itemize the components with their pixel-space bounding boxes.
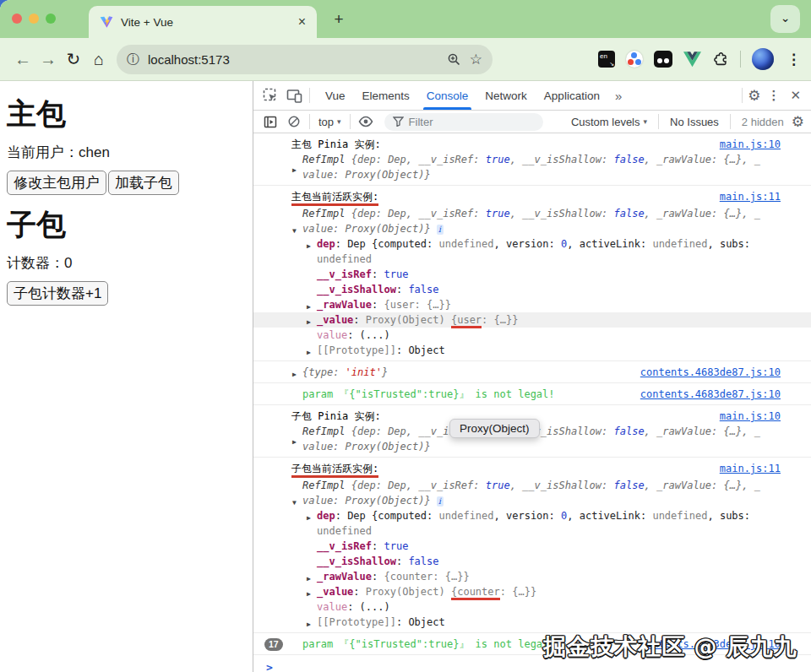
sub-package-title: 子包: [7, 205, 246, 245]
object-property-row[interactable]: ▶_rawValue: {user: {…}}: [291, 297, 791, 312]
expand-arrow-icon[interactable]: ▶: [307, 239, 311, 254]
issues-counter[interactable]: No Issues: [662, 116, 727, 128]
url-text[interactable]: localhost:5173: [148, 52, 438, 67]
dark-extension-icon[interactable]: [654, 51, 672, 68]
clear-console-icon[interactable]: [282, 111, 306, 133]
devtools-close-icon[interactable]: ✕: [787, 88, 804, 103]
expand-arrow-icon[interactable]: ▶: [292, 163, 297, 178]
devtools-tabbar: VueElementsConsoleNetworkApplication » ⚙…: [253, 81, 811, 111]
filter-funnel-icon: [393, 117, 404, 127]
console-entry: contents.4683de87.js:10param 『{"isTruste…: [253, 383, 811, 405]
object-property-row: __v_isShallow: false: [291, 554, 791, 569]
profile-avatar[interactable]: [752, 48, 774, 70]
devtools-settings-icon[interactable]: ⚙: [748, 87, 760, 105]
chevron-down-icon: ▾: [644, 117, 648, 126]
vite-favicon-icon: [100, 15, 113, 29]
extensions-puzzle-icon[interactable]: [712, 51, 729, 68]
object-property-row[interactable]: ▶dep: Dep {computed: undefined, version:…: [291, 236, 791, 267]
back-icon[interactable]: ←: [10, 50, 35, 69]
tab-application[interactable]: Application: [536, 81, 608, 110]
toolbar-divider: [658, 114, 659, 129]
object-property-row: __v_isRef: true: [291, 267, 791, 282]
expand-arrow-icon[interactable]: ▶: [307, 617, 311, 632]
red-annotation-underline: 子包当前活跃实例:: [291, 463, 378, 478]
tab-vue[interactable]: Vue: [317, 81, 354, 110]
source-link[interactable]: main.js:11: [720, 189, 781, 204]
site-info-icon[interactable]: ⓘ: [127, 51, 139, 68]
expand-arrow-icon[interactable]: ▶: [292, 435, 297, 450]
translate-extension-icon[interactable]: en↘: [598, 51, 615, 68]
object-property-row[interactable]: ▶[[Prototype]]: Object: [291, 615, 791, 630]
load-subpackage-button[interactable]: 加载子包: [108, 171, 179, 195]
context-selector[interactable]: top▾: [313, 116, 346, 128]
browser-tab[interactable]: Vite + Vue ×: [89, 6, 317, 38]
source-link[interactable]: main.js:10: [720, 137, 781, 152]
forward-icon[interactable]: →: [35, 50, 61, 69]
reactive-info-icon[interactable]: i: [437, 225, 444, 235]
proxy-extension-icon[interactable]: [626, 51, 643, 68]
object-preview[interactable]: ▶RefImpl {dep: Dep, __v_isRef: true, __v…: [291, 152, 791, 182]
object-property-row[interactable]: ▶_value: Proxy(Object) {counter: {…}}: [291, 584, 791, 599]
object-property-row[interactable]: ▶_rawValue: {counter: {…}}: [291, 569, 791, 584]
console-entry: main.js:10主包 Pinia 实例:▶RefImpl {dep: Dep…: [253, 133, 811, 186]
expand-arrow-icon[interactable]: ▶: [292, 367, 297, 382]
tab-title: Vite + Vue: [121, 16, 296, 29]
console-settings-icon[interactable]: ⚙: [792, 113, 804, 131]
console-sidebar-icon[interactable]: [259, 111, 282, 133]
bookmark-star-icon[interactable]: ☆: [470, 51, 482, 68]
traffic-lights: [12, 14, 56, 24]
inspect-element-icon[interactable]: [259, 84, 282, 106]
source-link[interactable]: main.js:10: [720, 409, 781, 424]
modify-user-button[interactable]: 修改主包用户: [7, 171, 106, 195]
object-property-row[interactable]: ▶_value: Proxy(Object) {user: {…}}: [253, 312, 811, 328]
object-property-row: param 『{"isTrusted":true}』 is not legal!: [291, 387, 791, 402]
object-preview[interactable]: ▼RefImpl {dep: Dep, __v_isRef: true, __v…: [291, 478, 791, 508]
maximize-window-button[interactable]: [46, 14, 56, 24]
tab-elements[interactable]: Elements: [354, 81, 418, 110]
titlebar: Vite + Vue × + ⌄: [0, 0, 811, 38]
console-toolbar: top▾ Filter Custom levels▾ No Issues: [253, 111, 811, 133]
tab-close-icon[interactable]: ×: [296, 14, 308, 30]
console-entry: main.js:11子包当前活跃实例:▼RefImpl {dep: Dep, _…: [253, 458, 811, 633]
object-preview[interactable]: ▶RefImpl {dep: Dep, __v_isRef: true, __v…: [291, 424, 791, 454]
reactive-info-icon[interactable]: i: [437, 496, 444, 507]
new-tab-button[interactable]: +: [328, 8, 350, 30]
toolbar-divider: [309, 88, 310, 103]
more-tabs-icon[interactable]: »: [608, 89, 629, 103]
main-package-title: 主包: [7, 95, 246, 134]
reload-icon[interactable]: ↻: [61, 49, 86, 69]
tab-console[interactable]: Console: [418, 81, 477, 110]
vue-devtools-extension-icon[interactable]: [683, 51, 701, 68]
object-property-row[interactable]: ▶dep: Dep {computed: undefined, version:…: [291, 508, 791, 539]
counter-increment-button[interactable]: 子包计数器+1: [7, 281, 108, 306]
source-link[interactable]: main.js:11: [720, 461, 781, 476]
log-levels-selector[interactable]: Custom levels▾: [563, 116, 655, 128]
devtools-tabs: VueElementsConsoleNetworkApplication: [317, 81, 608, 110]
home-icon[interactable]: ⌂: [86, 50, 112, 69]
devtools-menu-icon[interactable]: ⋮: [762, 88, 785, 103]
close-window-button[interactable]: [12, 14, 22, 24]
toolbar-divider: [740, 51, 741, 68]
browser-menu-icon[interactable]: ⋮: [787, 51, 801, 68]
hidden-messages-count[interactable]: 2 hidden: [734, 116, 792, 128]
expand-arrow-icon[interactable]: ▶: [307, 511, 311, 526]
log-label: 主包 Pinia 实例:: [291, 137, 791, 152]
object-preview[interactable]: ▼RefImpl {dep: Dep, __v_isRef: true, __v…: [291, 206, 791, 236]
log-label: 子包当前活跃实例:: [291, 461, 791, 478]
log-label: 子包 Pinia 实例:: [291, 409, 791, 424]
address-bar[interactable]: ⓘ localhost:5173 ☆: [117, 45, 493, 74]
object-preview[interactable]: ▶{type: 'init'}: [291, 365, 791, 380]
current-user-text: 当前用户：chen: [7, 143, 246, 162]
tab-search-button[interactable]: ⌄: [770, 5, 800, 33]
expand-arrow-icon[interactable]: ▶: [307, 345, 311, 360]
zoom-icon[interactable]: [447, 52, 461, 67]
web-page: 主包 当前用户：chen 修改主包用户加载子包 子包 计数器：0 子包计数器+1: [0, 81, 253, 672]
console-filter-input[interactable]: Filter: [384, 113, 543, 131]
repeat-count-badge: 17: [264, 638, 283, 651]
device-toolbar-icon[interactable]: [282, 84, 306, 106]
proxy-tooltip: Proxy(Object): [449, 419, 540, 438]
minimize-window-button[interactable]: [29, 14, 39, 24]
live-expression-eye-icon[interactable]: [354, 111, 378, 133]
tab-network[interactable]: Network: [476, 81, 536, 110]
object-property-row[interactable]: ▶[[Prototype]]: Object: [291, 343, 791, 358]
